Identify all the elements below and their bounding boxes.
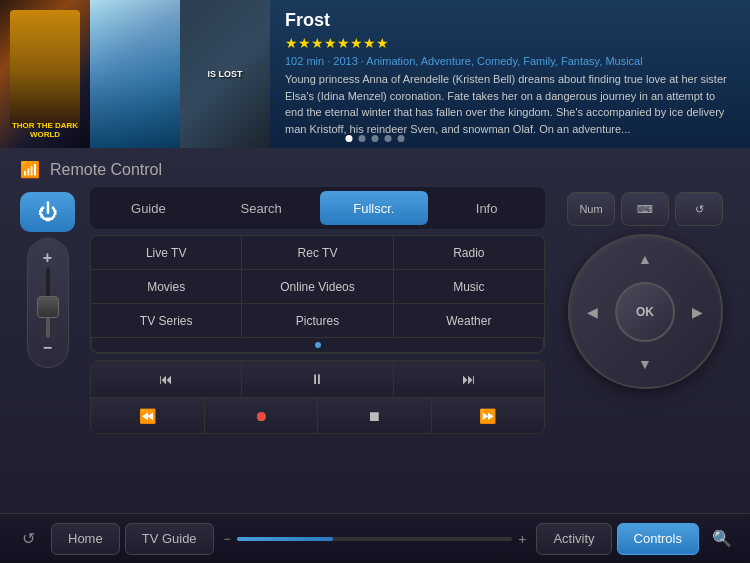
tab-fullscreen[interactable]: Fullscr.: [320, 191, 429, 225]
refresh-button[interactable]: ↺: [675, 192, 723, 226]
slider-minus-icon: −: [224, 532, 231, 546]
transport-row-1: ⏮ ⏸ ⏭: [91, 361, 544, 397]
bottom-refresh-button[interactable]: ↺: [10, 521, 46, 557]
menu-row-1: Live TV Rec TV Radio: [91, 236, 544, 270]
movie-cards-row: THOR THE DARK WORLD IS LOST Frost ★★★★★★…: [0, 0, 750, 148]
menu-row-2: Movies Online Videos Music: [91, 270, 544, 304]
movie-card-thor[interactable]: THOR THE DARK WORLD: [0, 0, 90, 148]
num-button[interactable]: Num: [567, 192, 615, 226]
menu-music[interactable]: Music: [394, 270, 544, 304]
volume-slider-track[interactable]: [46, 268, 50, 338]
menu-page-dot: [91, 338, 544, 353]
bottom-search-icon: 🔍: [712, 529, 732, 548]
bottom-refresh-icon: ↺: [22, 529, 35, 548]
transport-skip-back[interactable]: ⏮: [91, 361, 242, 397]
transport-skip-forward[interactable]: ⏭: [394, 361, 544, 397]
transport-rewind[interactable]: ⏪: [91, 397, 205, 433]
bottom-home-button[interactable]: Home: [51, 523, 120, 555]
right-top-row: Num ⌨ ↺: [567, 192, 723, 226]
menu-online-videos[interactable]: Online Videos: [242, 270, 393, 304]
transport-fast-forward[interactable]: ⏩: [432, 397, 545, 433]
ok-button[interactable]: OK: [615, 282, 675, 342]
dpad-container: ▲ ▼ ◀ ▶ OK: [568, 234, 723, 389]
transport-record[interactable]: ⏺: [205, 397, 319, 433]
brightness-slider-fill: [237, 537, 333, 541]
keyboard-icon: ⌨: [637, 203, 653, 216]
bottom-bar: ↺ Home TV Guide − + Activity Controls 🔍: [0, 513, 750, 563]
tab-info[interactable]: Info: [432, 191, 541, 225]
transport-row-2: ⏪ ⏺ ⏹ ⏩: [91, 397, 544, 433]
power-icon: ⏻: [38, 201, 58, 224]
right-panel: Num ⌨ ↺ ▲ ▼ ◀ ▶ OK: [555, 187, 735, 434]
menu-active-dot: [315, 342, 321, 348]
tab-search[interactable]: Search: [207, 191, 316, 225]
menu-movies[interactable]: Movies: [91, 270, 242, 304]
dpad: ▲ ▼ ◀ ▶ OK: [568, 234, 723, 389]
dot-5[interactable]: [398, 135, 405, 142]
center-panel: Guide Search Fullscr. Info Live TV Rec T…: [80, 187, 555, 434]
menu-pictures[interactable]: Pictures: [242, 304, 393, 338]
volume-thumb[interactable]: [37, 296, 59, 318]
remote-title: Remote Control: [50, 161, 162, 179]
dpad-right[interactable]: ▶: [683, 297, 713, 327]
transport-controls: ⏮ ⏸ ⏭ ⏪ ⏺ ⏹ ⏩: [90, 360, 545, 434]
volume-down-button[interactable]: −: [43, 339, 52, 357]
movie-card-frozen[interactable]: [90, 0, 180, 148]
movie-card-lost[interactable]: IS LOST: [180, 0, 270, 148]
bottom-slider-container: − +: [219, 531, 532, 547]
bottom-activity-button[interactable]: Activity: [536, 523, 611, 555]
dot-1[interactable]: [346, 135, 353, 142]
bottom-tv-guide-button[interactable]: TV Guide: [125, 523, 214, 555]
dpad-down[interactable]: ▼: [630, 349, 660, 379]
dpad-left[interactable]: ◀: [578, 297, 608, 327]
dot-4[interactable]: [385, 135, 392, 142]
menu-rec-tv[interactable]: Rec TV: [242, 236, 393, 270]
brightness-slider-track[interactable]: [237, 537, 513, 541]
dot-3[interactable]: [372, 135, 379, 142]
dpad-up[interactable]: ▲: [630, 244, 660, 274]
bottom-controls-button[interactable]: Controls: [617, 523, 699, 555]
remote-section: 📶 Remote Control ⏻ + − Guide Search: [0, 148, 750, 513]
transport-stop[interactable]: ⏹: [318, 397, 432, 433]
thor-label: THOR THE DARK WORLD: [0, 121, 90, 140]
menu-row-3: TV Series Pictures Weather: [91, 304, 544, 338]
movie-meta: 102 min · 2013 · Animation, Adventure, C…: [285, 55, 735, 67]
banner-dots: [346, 135, 405, 142]
menu-radio[interactable]: Radio: [394, 236, 544, 270]
tab-row: Guide Search Fullscr. Info: [90, 187, 545, 229]
volume-up-button[interactable]: +: [43, 249, 52, 267]
menu-tv-series[interactable]: TV Series: [91, 304, 242, 338]
keyboard-button[interactable]: ⌨: [621, 192, 669, 226]
movie-title: Frost: [285, 10, 735, 31]
movie-stars: ★★★★★★★★: [285, 35, 735, 51]
left-panel: ⏻ + −: [15, 187, 80, 434]
slider-plus-icon: +: [518, 531, 526, 547]
remote-header: 📶 Remote Control: [0, 148, 750, 187]
menu-grid: Live TV Rec TV Radio Movies Online Video…: [90, 235, 545, 354]
movie-description: Young princess Anna of Arendelle (Kriste…: [285, 71, 735, 137]
tab-guide[interactable]: Guide: [94, 191, 203, 225]
wifi-icon: 📶: [20, 160, 40, 179]
menu-live-tv[interactable]: Live TV: [91, 236, 242, 270]
bottom-search-button[interactable]: 🔍: [704, 521, 740, 557]
top-banner: THOR THE DARK WORLD IS LOST Frost ★★★★★★…: [0, 0, 750, 148]
dot-2[interactable]: [359, 135, 366, 142]
remote-body: ⏻ + − Guide Search Fullscr. Info: [0, 187, 750, 434]
power-button[interactable]: ⏻: [20, 192, 75, 232]
volume-control: + −: [27, 238, 69, 368]
refresh-icon: ↺: [695, 203, 704, 216]
lost-label: IS LOST: [207, 69, 242, 79]
transport-pause[interactable]: ⏸: [242, 361, 393, 397]
movie-info-card: Frost ★★★★★★★★ 102 min · 2013 · Animatio…: [270, 0, 750, 148]
menu-weather[interactable]: Weather: [394, 304, 544, 338]
